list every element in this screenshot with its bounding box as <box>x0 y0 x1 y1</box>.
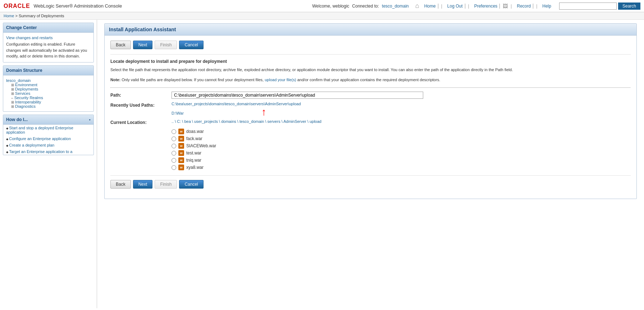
tree-item-environment: ⊞ Environment <box>11 83 91 87</box>
panel-header: Install Application Assistant <box>105 24 636 36</box>
cancel-button-top[interactable]: Cancel <box>179 41 203 49</box>
panel-body: Back Next Finish Cancel Locate deploymen… <box>105 36 636 199</box>
form-separator <box>110 87 631 88</box>
top-nav: Welcome, weblogic Connected to: tesco_do… <box>312 2 553 10</box>
tree-root-link[interactable]: tesco_domain <box>6 78 31 83</box>
file-name-1: fack.war <box>186 136 202 141</box>
logo-area: ORACLE WebLogic Server® Administration C… <box>4 3 122 9</box>
domain-structure-body: tesco_domain ⊞ Environment ⊞ Deployments… <box>3 75 93 111</box>
file-row-1: W fack.war <box>172 135 631 142</box>
file-radio-2[interactable] <box>172 144 176 148</box>
upload-link[interactable]: upload your file(s) <box>265 78 296 82</box>
expand-icon-environment: ⊞ <box>11 83 14 87</box>
current-location-link[interactable]: .. \ C: \ bea \ user_projects \ domains … <box>172 119 321 124</box>
sidebar: Change Center View changes and restarts … <box>0 20 97 308</box>
change-center-body: View changes and restarts Configuration … <box>3 33 93 62</box>
tree-item-services: ⊞ Services <box>11 91 91 96</box>
next-button-bottom[interactable]: Next <box>133 180 153 189</box>
top-button-row: Back Next Finish Cancel <box>110 41 631 49</box>
tree-children: ⊞ Environment ⊞ Deployments ⊞ Services <box>6 83 91 108</box>
search-button[interactable]: Search <box>618 3 640 10</box>
tree-link-environment[interactable]: Environment <box>15 83 37 87</box>
bottom-button-row: Back Next Finish Cancel <box>110 180 631 189</box>
current-location-value: .. \ C: \ bea \ user_projects \ domains … <box>172 119 631 124</box>
breadcrumb-current: Summary of Deployments <box>19 14 64 18</box>
howdoi-item-2[interactable]: Create a deployment plan <box>3 142 93 148</box>
minimize-icon[interactable]: ▪ <box>89 117 91 122</box>
content: Install Application Assistant Back Next … <box>97 20 644 308</box>
nav-preferences[interactable]: Preferences <box>472 4 500 9</box>
tree-item-security: – Security Realms <box>11 96 91 100</box>
section-title: Locate deployment to install and prepare… <box>110 59 631 64</box>
domain-link[interactable]: tesco_domain <box>382 4 409 9</box>
file-icon-4: W <box>178 157 184 163</box>
how-do-i-body: Start and stop a deployed Enterprise app… <box>3 125 93 155</box>
expand-icon-diagnostics: ⊞ <box>11 105 14 108</box>
file-name-2: SIACEWeb.war <box>186 143 216 148</box>
howdoi-item-0[interactable]: Start and stop a deployed Enterprise app… <box>3 125 93 135</box>
note-text-body: Only valid file paths are displayed belo… <box>122 78 264 82</box>
file-name-0: doas.war <box>186 129 204 134</box>
search-input[interactable] <box>559 3 617 10</box>
recent-path-0[interactable]: C:\bea\user_projects\domains\tesco_domai… <box>172 102 631 106</box>
file-radio-4[interactable] <box>172 158 176 163</box>
file-icon-3: W <box>178 150 184 156</box>
file-radio-3[interactable] <box>172 151 176 156</box>
tree-item-deployments: ⊞ Deployments <box>11 87 91 91</box>
file-icon-0: W <box>178 129 184 134</box>
connected-text: Connected to: <box>352 4 379 9</box>
current-location-row: Current Location: .. \ C: \ bea \ user_p… <box>110 119 631 125</box>
path-input[interactable] <box>172 92 423 99</box>
expand-icon-security: – <box>11 96 13 100</box>
note-text: Note: Only valid file paths are displaye… <box>110 77 631 83</box>
how-do-i-title: How do I... <box>6 117 28 122</box>
breadcrumb: Home > Summary of Deployments <box>0 12 644 20</box>
finish-button-top[interactable]: Finish <box>155 41 177 49</box>
how-do-i-section: How do I... ▪ Start and stop a deployed … <box>3 115 94 155</box>
nav-help[interactable]: Help <box>540 4 553 9</box>
nav-record[interactable]: Record <box>515 4 533 9</box>
next-button-top[interactable]: Next <box>133 41 153 49</box>
breadcrumb-home[interactable]: Home <box>4 14 14 18</box>
nav-home[interactable]: Home <box>422 4 438 9</box>
tree-link-deployments[interactable]: Deployments <box>15 87 38 91</box>
recently-used-links: C:\bea\user_projects\domains\tesco_domai… <box>172 102 631 116</box>
note-prefix: Note: <box>110 78 120 82</box>
tree-link-security[interactable]: Security Realms <box>14 96 43 100</box>
file-radio-1[interactable] <box>172 137 176 141</box>
howdoi-item-3[interactable]: Target an Enterprise application to a <box>3 148 93 155</box>
tree-link-interop[interactable]: Interoperability <box>15 100 41 104</box>
file-name-5: xya8.war <box>186 165 204 170</box>
file-row-5: W xya8.war <box>172 164 631 171</box>
file-radio-0[interactable] <box>172 129 176 134</box>
recent-path-1[interactable]: D:\War <box>172 111 631 115</box>
file-row-2: W SIACEWeb.war <box>172 142 631 149</box>
current-location-label: Current Location: <box>110 119 172 125</box>
oracle-logo: ORACLE <box>4 3 30 9</box>
howdoi-item-1[interactable]: Configure an Enterprise application <box>3 135 93 142</box>
tree-link-diagnostics[interactable]: Diagnostics <box>15 104 36 108</box>
nav-logout[interactable]: Log Out <box>445 4 465 9</box>
change-center-header: Change Center <box>3 23 93 33</box>
weblogic-title: WebLogic Server® Administration Console <box>34 3 122 9</box>
finish-button-bottom[interactable]: Finish <box>155 180 177 189</box>
file-name-3: test.war <box>186 151 201 156</box>
file-icon-5: W <box>178 165 184 170</box>
change-center-description: Configuration editing is enabled. Future… <box>6 41 91 59</box>
view-changes-link[interactable]: View changes and restarts <box>6 36 91 40</box>
cancel-button-bottom[interactable]: Cancel <box>179 180 203 189</box>
divider-bottom <box>110 175 631 176</box>
file-radio-5[interactable] <box>172 165 176 170</box>
file-name-4: tniq.war <box>186 158 201 163</box>
path-label: Path: <box>110 92 172 98</box>
file-list: ↑ W doas.war W fack.war W SIACEWe <box>172 128 631 171</box>
search-area: Search <box>559 3 640 10</box>
home-icon: ⌂ <box>415 2 419 9</box>
main-layout: Change Center View changes and restarts … <box>0 20 644 308</box>
back-button-bottom[interactable]: Back <box>110 180 131 189</box>
tree-item-interop: ⊞ Interoperability <box>11 100 91 104</box>
back-button-top[interactable]: Back <box>110 41 131 49</box>
expand-icon-interop: ⊞ <box>11 100 14 104</box>
tree-link-services[interactable]: Services <box>15 91 30 96</box>
file-row-0: W doas.war <box>172 128 631 135</box>
